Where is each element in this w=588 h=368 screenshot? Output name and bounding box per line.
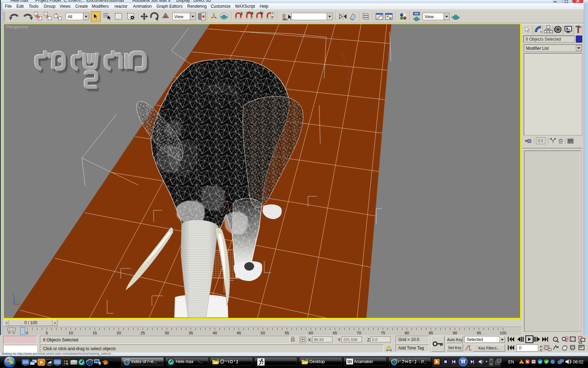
svg-text:45: 45 [237, 331, 241, 335]
svg-text:3: 3 [240, 12, 243, 16]
svg-text:100: 100 [499, 331, 506, 335]
svg-text:90: 90 [453, 331, 457, 335]
svg-text:- P...: - P... [419, 360, 427, 364]
svg-text:y: y [17, 296, 19, 300]
svg-text:95: 95 [477, 331, 481, 335]
svg-text:50: 50 [261, 331, 265, 335]
svg-text:70: 70 [357, 331, 361, 335]
svg-text:6 Objects Selected: 6 Objects Selected [526, 37, 561, 42]
svg-text:30: 30 [164, 331, 169, 335]
svg-text:ABC: ABC [282, 18, 288, 21]
svg-text:3D: 3D [347, 359, 352, 364]
svg-text:{}: {} [282, 13, 286, 18]
svg-text:All: All [68, 14, 72, 19]
svg-text:Y:: Y: [338, 338, 342, 342]
svg-text:%: % [260, 11, 263, 15]
svg-text:75: 75 [381, 331, 385, 335]
svg-text:65: 65 [332, 331, 337, 335]
svg-text:x: x [21, 303, 22, 306]
svg-text:15: 15 [92, 331, 97, 335]
svg-text:z: z [12, 293, 14, 296]
svg-text:Perspective: Perspective [6, 25, 28, 29]
svg-text:X:: X: [308, 338, 312, 342]
svg-text:60: 60 [309, 331, 313, 335]
svg-text:5: 5 [46, 331, 48, 335]
svg-text:80: 80 [405, 331, 409, 335]
svg-text:85: 85 [429, 331, 433, 335]
svg-text:25: 25 [141, 331, 145, 335]
svg-text:0: 0 [26, 331, 28, 335]
svg-text:55: 55 [285, 331, 289, 335]
svg-text:40: 40 [212, 331, 217, 335]
svg-text:View: View [174, 14, 183, 19]
svg-text:35: 35 [189, 331, 193, 335]
svg-text:20: 20 [117, 331, 121, 335]
svg-text:Modifier List: Modifier List [526, 46, 549, 51]
svg-text:10: 10 [69, 331, 73, 335]
svg-text:View: View [425, 14, 434, 19]
